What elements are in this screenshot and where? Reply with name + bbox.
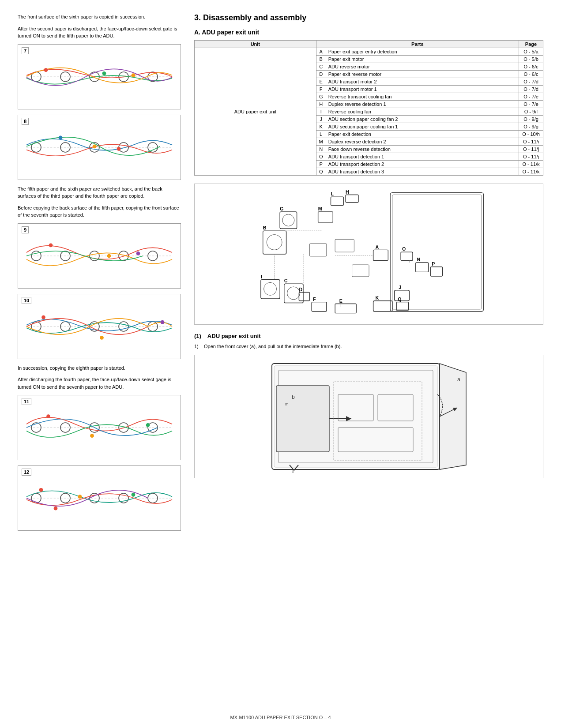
part-letter: N bbox=[316, 146, 326, 153]
diagram-8: 8 bbox=[18, 115, 181, 180]
svg-text:J: J bbox=[399, 285, 401, 290]
part-letter: H bbox=[316, 101, 326, 108]
part-name: ADU transport detection 3 bbox=[326, 168, 519, 176]
svg-text:G: G bbox=[280, 206, 283, 211]
svg-text:m: m bbox=[285, 402, 289, 406]
svg-text:I: I bbox=[260, 274, 262, 279]
part-name: Duplex reverse detection 2 bbox=[326, 138, 519, 146]
diagram-label-8: 8 bbox=[22, 118, 29, 125]
part-letter: I bbox=[316, 108, 326, 116]
svg-rect-108 bbox=[276, 386, 329, 452]
diagram-label-10: 10 bbox=[22, 297, 31, 304]
part-letter: K bbox=[316, 123, 326, 131]
svg-point-42 bbox=[46, 414, 50, 418]
svg-point-17 bbox=[93, 144, 97, 148]
subsection2-title: (1) ADU paper exit unit bbox=[194, 333, 543, 339]
part-page: O - 11/i bbox=[519, 138, 543, 146]
diagram-label-9: 9 bbox=[22, 226, 29, 233]
svg-rect-89 bbox=[394, 290, 409, 301]
right-column: 3. Disassembly and assembly A. ADU paper… bbox=[194, 13, 543, 536]
svg-point-78 bbox=[264, 282, 276, 295]
footer: MX-M1100 ADU PAPER EXIT SECTION O – 4 bbox=[0, 715, 561, 720]
svg-rect-57 bbox=[263, 231, 286, 254]
unit-cell: ADU paper exit unit bbox=[195, 48, 316, 176]
part-page: O - 5/b bbox=[519, 56, 543, 63]
svg-text:P: P bbox=[432, 261, 435, 266]
left-text-2: After the second paper is discharged, th… bbox=[18, 25, 181, 40]
diagram-content-11 bbox=[22, 399, 177, 456]
step1-description: Open the front cover (a), and pull out t… bbox=[204, 344, 342, 349]
section-num: 3. bbox=[194, 13, 201, 22]
part-name: ADU transport detection 1 bbox=[326, 153, 519, 161]
svg-point-46 bbox=[31, 493, 41, 503]
svg-point-52 bbox=[78, 495, 82, 499]
svg-point-15 bbox=[59, 135, 63, 139]
svg-point-61 bbox=[282, 214, 294, 226]
svg-point-33 bbox=[41, 315, 45, 319]
diagram-10: 10 bbox=[18, 294, 181, 359]
svg-point-43 bbox=[90, 434, 94, 438]
part-page: O - 6/c bbox=[519, 63, 543, 71]
svg-rect-101 bbox=[309, 244, 326, 256]
part-page: O - 9/f bbox=[519, 108, 543, 116]
part-name: Reverse transport cooling fan bbox=[326, 93, 519, 101]
svg-text:A: A bbox=[375, 244, 379, 250]
step1-num: 1) bbox=[194, 344, 199, 349]
left-text-5: In succession, copying the eighth paper … bbox=[18, 364, 181, 372]
part-page: O - 11/k bbox=[519, 161, 543, 168]
svg-text:F: F bbox=[313, 296, 316, 302]
svg-point-25 bbox=[107, 254, 111, 258]
subsection-title: A. ADU paper exit unit bbox=[194, 29, 543, 36]
svg-point-54 bbox=[54, 507, 58, 510]
svg-rect-67 bbox=[318, 212, 333, 222]
svg-rect-65 bbox=[346, 195, 358, 202]
left-text-6: After discharging the fourth paper, the … bbox=[18, 376, 181, 390]
svg-rect-69 bbox=[373, 250, 388, 260]
left-text-3: The fifth paper and the sixth paper are … bbox=[18, 185, 181, 200]
diagram-11: 11 bbox=[18, 395, 181, 460]
col-unit: Unit bbox=[195, 41, 316, 48]
left-text-4: Before copying the back surface of the f… bbox=[18, 204, 181, 219]
svg-point-24 bbox=[49, 243, 53, 247]
part-name: Duplex reverse detection 1 bbox=[326, 101, 519, 108]
part-name: Paper exit paper entry detection bbox=[326, 48, 519, 56]
part-page: O - 9/g bbox=[519, 123, 543, 131]
part-page: O - 5/a bbox=[519, 48, 543, 56]
svg-rect-83 bbox=[299, 293, 309, 301]
part-letter: F bbox=[316, 86, 326, 93]
step1-text: 1) Open the front cover (a), and pull ou… bbox=[194, 343, 543, 350]
svg-text:O: O bbox=[402, 246, 405, 251]
svg-text:D: D bbox=[299, 287, 302, 292]
part-letter: B bbox=[316, 56, 326, 63]
svg-point-58 bbox=[267, 235, 282, 250]
part-name: ADU section paper cooling fan 1 bbox=[326, 123, 519, 131]
svg-text:C: C bbox=[284, 278, 287, 283]
svg-point-8 bbox=[132, 73, 136, 77]
diagram-content-7 bbox=[22, 48, 177, 105]
part-letter: G bbox=[316, 93, 326, 101]
svg-text:L: L bbox=[331, 191, 334, 196]
diagram-content-9 bbox=[22, 227, 177, 285]
part-letter: L bbox=[316, 131, 326, 138]
part-name: Face down reverse detection bbox=[326, 146, 519, 153]
svg-text:H: H bbox=[346, 189, 349, 195]
svg-point-35 bbox=[161, 320, 165, 324]
part-page: O - 7/d bbox=[519, 86, 543, 93]
svg-text:B: B bbox=[263, 225, 266, 230]
page: The front surface of the sixth paper is … bbox=[0, 0, 561, 728]
svg-text:K: K bbox=[375, 295, 379, 300]
svg-point-53 bbox=[132, 493, 136, 497]
section-title: 3. Disassembly and assembly bbox=[194, 13, 543, 23]
part-name: Paper exit reverse motor bbox=[326, 71, 519, 78]
part-letter: O bbox=[316, 153, 326, 161]
part-name: ADU section paper cooling fan 2 bbox=[326, 116, 519, 123]
part-name: ADU transport detection 2 bbox=[326, 161, 519, 168]
svg-text:E: E bbox=[339, 298, 342, 304]
diagram-12: 12 bbox=[18, 465, 181, 531]
svg-rect-85 bbox=[312, 302, 327, 311]
svg-point-44 bbox=[146, 423, 150, 427]
diagram-content-10 bbox=[22, 298, 177, 355]
exploded-diagram: B G L H M A bbox=[194, 184, 543, 325]
svg-rect-63 bbox=[331, 197, 343, 205]
svg-point-28 bbox=[31, 322, 41, 331]
